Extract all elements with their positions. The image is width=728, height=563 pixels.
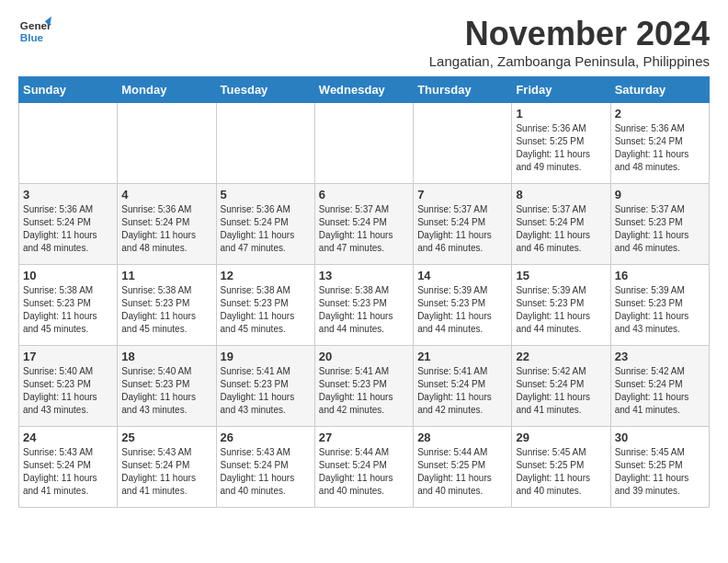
day-info: Sunrise: 5:45 AM Sunset: 5:25 PM Dayligh… <box>615 446 705 498</box>
calendar-cell: 24Sunrise: 5:43 AM Sunset: 5:24 PM Dayli… <box>19 427 118 508</box>
calendar-cell: 27Sunrise: 5:44 AM Sunset: 5:24 PM Dayli… <box>314 427 413 508</box>
day-number: 25 <box>121 431 211 444</box>
day-info: Sunrise: 5:38 AM Sunset: 5:23 PM Dayligh… <box>319 284 409 336</box>
day-info: Sunrise: 5:38 AM Sunset: 5:23 PM Dayligh… <box>23 284 113 336</box>
calendar-cell: 1Sunrise: 5:36 AM Sunset: 5:25 PM Daylig… <box>512 103 610 184</box>
title-area: November 2024 Langatian, Zamboanga Penin… <box>429 15 710 69</box>
day-info: Sunrise: 5:43 AM Sunset: 5:24 PM Dayligh… <box>221 446 311 498</box>
calendar-week-row: 10Sunrise: 5:38 AM Sunset: 5:23 PM Dayli… <box>19 265 710 346</box>
day-number: 8 <box>516 188 606 201</box>
day-info: Sunrise: 5:39 AM Sunset: 5:23 PM Dayligh… <box>615 284 705 336</box>
calendar-cell: 17Sunrise: 5:40 AM Sunset: 5:23 PM Dayli… <box>19 346 118 427</box>
day-number: 7 <box>417 188 507 201</box>
day-info: Sunrise: 5:45 AM Sunset: 5:25 PM Dayligh… <box>516 446 606 498</box>
calendar-cell <box>19 103 118 184</box>
calendar-week-row: 1Sunrise: 5:36 AM Sunset: 5:25 PM Daylig… <box>19 103 710 184</box>
calendar-cell <box>414 103 512 184</box>
day-number: 19 <box>221 350 311 363</box>
calendar-cell: 9Sunrise: 5:37 AM Sunset: 5:23 PM Daylig… <box>610 184 709 265</box>
day-number: 10 <box>23 269 113 282</box>
calendar-cell: 8Sunrise: 5:37 AM Sunset: 5:24 PM Daylig… <box>512 184 610 265</box>
day-number: 17 <box>23 350 113 363</box>
day-number: 23 <box>615 350 705 363</box>
calendar-cell: 20Sunrise: 5:41 AM Sunset: 5:23 PM Dayli… <box>314 346 413 427</box>
calendar-week-row: 24Sunrise: 5:43 AM Sunset: 5:24 PM Dayli… <box>19 427 710 508</box>
day-info: Sunrise: 5:36 AM Sunset: 5:24 PM Dayligh… <box>23 203 113 255</box>
main-title: November 2024 <box>429 15 710 53</box>
calendar-cell <box>314 103 413 184</box>
day-info: Sunrise: 5:38 AM Sunset: 5:23 PM Dayligh… <box>121 284 211 336</box>
day-number: 20 <box>319 350 409 363</box>
day-info: Sunrise: 5:41 AM Sunset: 5:24 PM Dayligh… <box>417 365 507 417</box>
calendar-cell: 6Sunrise: 5:37 AM Sunset: 5:24 PM Daylig… <box>314 184 413 265</box>
day-number: 27 <box>319 431 409 444</box>
header-cell-tuesday: Tuesday <box>216 77 314 103</box>
day-number: 29 <box>516 431 606 444</box>
calendar-cell <box>216 103 314 184</box>
day-number: 28 <box>417 431 507 444</box>
subtitle: Langatian, Zamboanga Peninsula, Philippi… <box>429 53 710 69</box>
header-cell-thursday: Thursday <box>414 77 512 103</box>
svg-text:Blue: Blue <box>20 31 44 43</box>
day-number: 12 <box>221 269 311 282</box>
calendar-cell: 2Sunrise: 5:36 AM Sunset: 5:24 PM Daylig… <box>610 103 709 184</box>
calendar-cell: 19Sunrise: 5:41 AM Sunset: 5:23 PM Dayli… <box>216 346 314 427</box>
day-info: Sunrise: 5:39 AM Sunset: 5:23 PM Dayligh… <box>417 284 507 336</box>
calendar-cell: 22Sunrise: 5:42 AM Sunset: 5:24 PM Dayli… <box>512 346 610 427</box>
calendar-cell: 7Sunrise: 5:37 AM Sunset: 5:24 PM Daylig… <box>414 184 512 265</box>
day-info: Sunrise: 5:44 AM Sunset: 5:25 PM Dayligh… <box>417 446 507 498</box>
day-number: 21 <box>417 350 507 363</box>
calendar-cell: 15Sunrise: 5:39 AM Sunset: 5:23 PM Dayli… <box>512 265 610 346</box>
calendar-week-row: 17Sunrise: 5:40 AM Sunset: 5:23 PM Dayli… <box>19 346 710 427</box>
day-info: Sunrise: 5:42 AM Sunset: 5:24 PM Dayligh… <box>516 365 606 417</box>
calendar-cell: 16Sunrise: 5:39 AM Sunset: 5:23 PM Dayli… <box>610 265 709 346</box>
calendar-cell: 3Sunrise: 5:36 AM Sunset: 5:24 PM Daylig… <box>19 184 118 265</box>
day-number: 5 <box>221 188 311 201</box>
calendar-cell: 11Sunrise: 5:38 AM Sunset: 5:23 PM Dayli… <box>118 265 216 346</box>
day-number: 16 <box>615 269 705 282</box>
day-info: Sunrise: 5:39 AM Sunset: 5:23 PM Dayligh… <box>516 284 606 336</box>
day-info: Sunrise: 5:37 AM Sunset: 5:24 PM Dayligh… <box>417 203 507 255</box>
day-number: 1 <box>516 107 606 121</box>
logo-icon: General Blue <box>18 15 51 48</box>
header-cell-monday: Monday <box>118 77 216 103</box>
header: General Blue November 2024 Langatian, Za… <box>18 15 710 69</box>
calendar-cell: 18Sunrise: 5:40 AM Sunset: 5:23 PM Dayli… <box>118 346 216 427</box>
day-info: Sunrise: 5:36 AM Sunset: 5:24 PM Dayligh… <box>615 122 705 174</box>
day-info: Sunrise: 5:43 AM Sunset: 5:24 PM Dayligh… <box>23 446 113 498</box>
day-info: Sunrise: 5:43 AM Sunset: 5:24 PM Dayligh… <box>121 446 211 498</box>
calendar-cell: 25Sunrise: 5:43 AM Sunset: 5:24 PM Dayli… <box>118 427 216 508</box>
day-number: 15 <box>516 269 606 282</box>
header-cell-friday: Friday <box>512 77 610 103</box>
calendar-cell: 14Sunrise: 5:39 AM Sunset: 5:23 PM Dayli… <box>414 265 512 346</box>
calendar-cell: 23Sunrise: 5:42 AM Sunset: 5:24 PM Dayli… <box>610 346 709 427</box>
day-info: Sunrise: 5:36 AM Sunset: 5:25 PM Dayligh… <box>516 122 606 174</box>
calendar-cell: 30Sunrise: 5:45 AM Sunset: 5:25 PM Dayli… <box>610 427 709 508</box>
day-info: Sunrise: 5:42 AM Sunset: 5:24 PM Dayligh… <box>615 365 705 417</box>
day-number: 11 <box>121 269 211 282</box>
day-info: Sunrise: 5:41 AM Sunset: 5:23 PM Dayligh… <box>319 365 409 417</box>
day-number: 4 <box>121 188 211 201</box>
calendar-cell: 13Sunrise: 5:38 AM Sunset: 5:23 PM Dayli… <box>314 265 413 346</box>
day-number: 14 <box>417 269 507 282</box>
calendar-cell: 5Sunrise: 5:36 AM Sunset: 5:24 PM Daylig… <box>216 184 314 265</box>
header-cell-sunday: Sunday <box>19 77 118 103</box>
calendar-cell <box>118 103 216 184</box>
day-info: Sunrise: 5:37 AM Sunset: 5:24 PM Dayligh… <box>319 203 409 255</box>
calendar-cell: 12Sunrise: 5:38 AM Sunset: 5:23 PM Dayli… <box>216 265 314 346</box>
day-number: 18 <box>121 350 211 363</box>
calendar-cell: 28Sunrise: 5:44 AM Sunset: 5:25 PM Dayli… <box>414 427 512 508</box>
day-info: Sunrise: 5:36 AM Sunset: 5:24 PM Dayligh… <box>121 203 211 255</box>
day-number: 30 <box>615 431 705 444</box>
day-info: Sunrise: 5:36 AM Sunset: 5:24 PM Dayligh… <box>221 203 311 255</box>
day-number: 26 <box>221 431 311 444</box>
day-info: Sunrise: 5:38 AM Sunset: 5:23 PM Dayligh… <box>221 284 311 336</box>
day-number: 2 <box>615 107 705 121</box>
day-number: 13 <box>319 269 409 282</box>
header-cell-wednesday: Wednesday <box>314 77 413 103</box>
calendar-cell: 4Sunrise: 5:36 AM Sunset: 5:24 PM Daylig… <box>118 184 216 265</box>
calendar-week-row: 3Sunrise: 5:36 AM Sunset: 5:24 PM Daylig… <box>19 184 710 265</box>
calendar-cell: 29Sunrise: 5:45 AM Sunset: 5:25 PM Dayli… <box>512 427 610 508</box>
day-number: 24 <box>23 431 113 444</box>
day-info: Sunrise: 5:40 AM Sunset: 5:23 PM Dayligh… <box>23 365 113 417</box>
